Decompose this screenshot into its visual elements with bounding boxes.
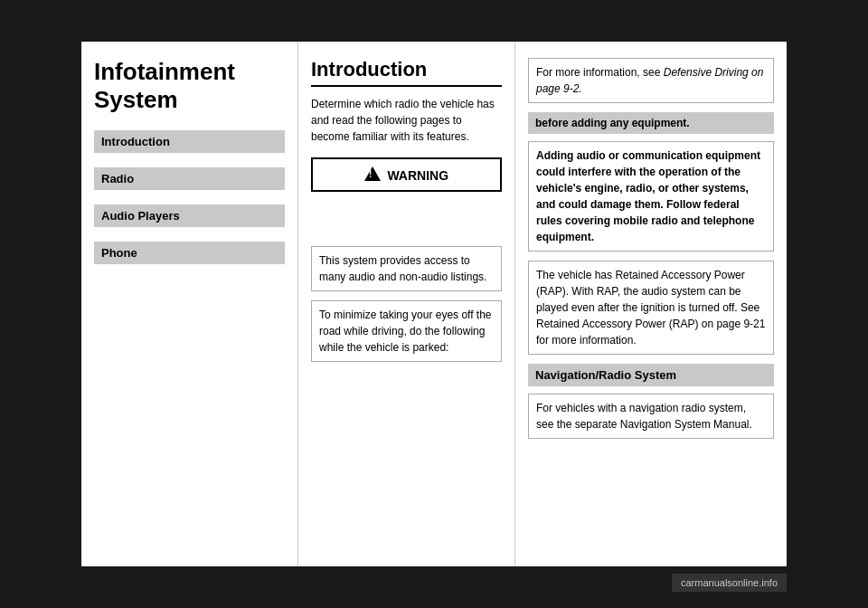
nav-item-audio-players[interactable]: Audio Players — [94, 204, 285, 227]
warning-text-box: Adding audio or communication equipment … — [528, 141, 774, 252]
intro-text: Determine which radio the vehicle has an… — [311, 96, 502, 145]
right-column: For more information, see Defensive Driv… — [515, 42, 787, 566]
warning-triangle-icon — [364, 166, 381, 181]
page-container: Infotainment System Introduction Radio A… — [81, 42, 787, 566]
middle-column: Introduction Determine which radio the v… — [298, 42, 515, 566]
minimize-text: To minimize taking your eyes off the roa… — [311, 300, 502, 362]
before-adding-label: before adding any equipment. — [528, 112, 774, 134]
watermark: carmanualsonline.info — [672, 574, 787, 592]
nav-item-introduction[interactable]: Introduction — [94, 130, 285, 153]
nav-item-phone[interactable]: Phone — [94, 242, 285, 264]
nav-radio-text: For vehicles with a navigation radio sys… — [528, 394, 774, 439]
info-box-text-prefix: For more information, see — [536, 66, 664, 79]
warning-box: WARNING — [311, 157, 502, 192]
warning-label: WARNING — [387, 168, 448, 183]
book-title: Infotainment System — [94, 58, 285, 114]
info-box-defensive-driving: For more information, see Defensive Driv… — [528, 58, 774, 103]
nav-item-radio[interactable]: Radio — [94, 167, 285, 190]
section-title: Introduction — [311, 58, 502, 87]
left-column: Infotainment System Introduction Radio A… — [81, 42, 298, 566]
system-text: This system provides access to many audi… — [311, 246, 502, 291]
nav-radio-title: Navigation/Radio System — [528, 364, 774, 386]
rap-text: The vehicle has Retained Accessory Power… — [528, 261, 774, 355]
